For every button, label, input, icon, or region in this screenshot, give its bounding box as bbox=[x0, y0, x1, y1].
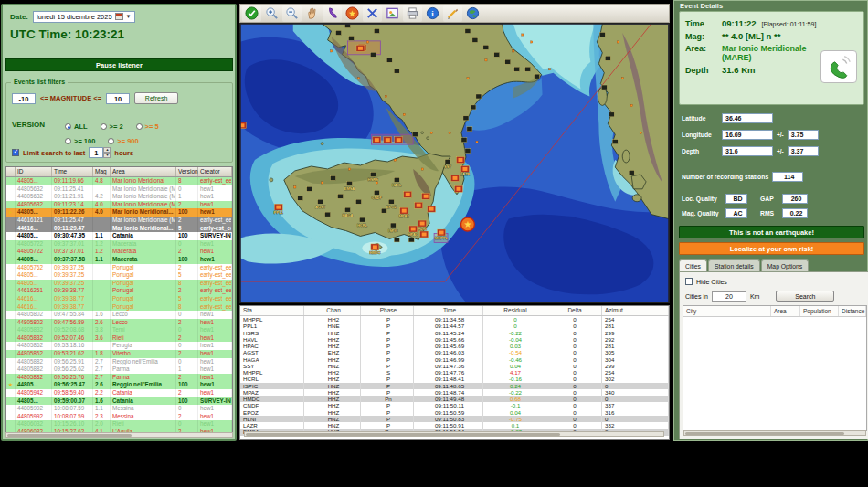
mag-min-input[interactable]: -10 bbox=[12, 93, 36, 104]
map-station-marker[interactable] bbox=[408, 238, 414, 242]
map-station-marker[interactable] bbox=[307, 186, 312, 191]
map-station-marker[interactable] bbox=[373, 137, 381, 143]
map-station-marker[interactable] bbox=[412, 132, 418, 137]
not-earthquake-button[interactable]: This is not an earthquake! bbox=[679, 226, 864, 238]
events-col-header[interactable] bbox=[6, 167, 16, 176]
phase-col-header[interactable]: Delta bbox=[545, 306, 602, 315]
zoom-out-button[interactable] bbox=[282, 5, 302, 22]
map-station-marker[interactable] bbox=[525, 67, 531, 71]
event-row[interactable]: 4480576209:39:37.25Portugal2early-est_ee… bbox=[6, 264, 232, 272]
event-row[interactable]: 4461612109:11:25.47Mar Ionio Meridionale… bbox=[6, 217, 232, 225]
print-button[interactable] bbox=[403, 5, 422, 22]
globe-button[interactable] bbox=[463, 5, 482, 22]
phase-col-header[interactable]: Time bbox=[414, 306, 483, 315]
map-station-marker[interactable] bbox=[415, 202, 423, 208]
event-row[interactable]: 4461625109:39:38.77Portugal2early-est_ee… bbox=[6, 287, 232, 295]
event-row[interactable]: 4480588209:56:25.912.7Reggio nell'Emilia… bbox=[6, 358, 232, 366]
map-station-marker[interactable] bbox=[476, 94, 482, 99]
mag-max-input[interactable]: 10 bbox=[106, 93, 130, 104]
italy-region-button[interactable] bbox=[323, 5, 342, 22]
cities-col-header[interactable]: Population bbox=[800, 306, 839, 316]
map-station-marker[interactable] bbox=[494, 52, 500, 57]
event-row[interactable]: 4480599210:08:07.592.3Messina2hew1 bbox=[6, 413, 232, 421]
map-station-marker[interactable] bbox=[386, 58, 392, 62]
event-row[interactable]: 4480563209:11:25.41Mar Ionio Meridionale… bbox=[6, 185, 232, 194]
map-station-marker[interactable] bbox=[483, 45, 489, 49]
loc-quality-input[interactable]: BD bbox=[725, 194, 747, 204]
cities-km-input[interactable]: 20 bbox=[712, 291, 746, 302]
radio-icon[interactable] bbox=[65, 138, 71, 144]
refresh-button[interactable]: Refresh bbox=[134, 92, 178, 104]
phase-col-header[interactable]: Residual bbox=[483, 306, 545, 315]
map-station-marker[interactable] bbox=[420, 231, 429, 238]
pan-hand-button[interactable] bbox=[302, 5, 322, 22]
map-station-marker[interactable] bbox=[348, 36, 354, 40]
map-station-marker[interactable] bbox=[331, 175, 336, 180]
station-row[interactable]: ISPICHNZP09:11:48.650.2400 bbox=[240, 383, 669, 389]
map-station-marker[interactable] bbox=[338, 194, 344, 198]
zoom-in-button[interactable] bbox=[262, 5, 281, 22]
event-row[interactable]: 4480588209:56:25.762.7Parma2hew1 bbox=[6, 374, 232, 382]
event-row[interactable]: 4480572209:37:37.011.2Macerata0hew1 bbox=[6, 240, 232, 249]
phase-col-header[interactable]: Chan bbox=[304, 306, 361, 315]
date-picker[interactable]: lunedì 15 dicembre 2025 ▼ bbox=[33, 11, 135, 23]
cities-table-hscrollbar[interactable] bbox=[683, 430, 866, 436]
event-row[interactable]: 4480594209:58:59.402.2Catania2hew1 bbox=[6, 389, 232, 397]
map-station-marker[interactable]: HPAC bbox=[408, 226, 418, 237]
map-station-marker[interactable] bbox=[612, 140, 618, 144]
map-station-marker[interactable] bbox=[298, 196, 303, 200]
phase-col-header[interactable]: Phase bbox=[361, 306, 414, 315]
measure-cross-button[interactable] bbox=[363, 5, 382, 22]
map-station-marker[interactable]: MPAZ bbox=[399, 207, 410, 218]
event-row[interactable]: 44616...09:11:29.47Mar Ionio Meridional.… bbox=[6, 225, 232, 233]
events-table-hscrollbar[interactable] bbox=[5, 432, 233, 438]
station-row[interactable]: HSRSHHZP09:11:45.24-0.220299 bbox=[240, 330, 669, 336]
station-row[interactable]: MHPPLHH2P09:11:34.5800254 bbox=[240, 316, 669, 323]
cities-search-button[interactable]: Search bbox=[776, 291, 834, 302]
map-station-marker[interactable]: HMDC bbox=[369, 244, 380, 255]
limit-search-checkbox[interactable] bbox=[12, 149, 19, 156]
map-station-marker[interactable] bbox=[471, 105, 476, 110]
event-row[interactable]: 4480586209:53:18.16Perugia0hew1 bbox=[6, 342, 232, 350]
station-row[interactable]: HCRLHHZP09:11:48.41-0.160302 bbox=[240, 376, 669, 382]
radio-icon[interactable] bbox=[136, 123, 143, 130]
phase-col-header[interactable]: Azimut bbox=[602, 306, 669, 315]
event-row[interactable]: 4480603210:15:26.102.0Rieti0hew1 bbox=[6, 420, 232, 429]
map-station-marker[interactable] bbox=[394, 238, 399, 242]
event-star-button[interactable]: ★ bbox=[343, 5, 362, 22]
events-col-header[interactable]: Creator bbox=[198, 167, 232, 176]
tab-cities[interactable]: Cities bbox=[679, 259, 707, 271]
map-station-marker[interactable] bbox=[463, 116, 469, 121]
events-col-header[interactable]: Area bbox=[111, 167, 176, 176]
map-station-marker[interactable] bbox=[336, 30, 342, 35]
localize-button[interactable]: Localize at your own risk! bbox=[679, 242, 864, 255]
station-row[interactable]: HPACHHZP09:11:45.690.030281 bbox=[240, 343, 669, 349]
hide-cities-checkbox[interactable] bbox=[685, 278, 693, 285]
station-row[interactable]: LAZRHNZP09:11:50.910.10332 bbox=[240, 422, 669, 429]
tab-map-options[interactable]: Map Options bbox=[761, 259, 810, 271]
radio-icon[interactable] bbox=[65, 123, 71, 130]
event-row[interactable]: 44616...09:39:38.77Portugal8early-est_ee… bbox=[6, 303, 232, 312]
event-row[interactable]: ►44805...09:11:22.264.0Mar Ionio Meridio… bbox=[6, 208, 232, 217]
station-row[interactable]: MPAZHHZP09:11:48.74-0.220340 bbox=[240, 389, 669, 396]
station-row[interactable]: SSYHNZP09:11:47.360.040299 bbox=[240, 363, 669, 369]
event-row[interactable]: 44805...09:30:47.951.1Catania100SURVEY-I… bbox=[6, 232, 232, 240]
station-row[interactable]: CNDFHHZP09:11:50.11-0.10337 bbox=[240, 402, 669, 408]
map-station-marker[interactable]: LAZR bbox=[460, 165, 471, 176]
map-station-marker[interactable] bbox=[461, 138, 467, 143]
event-row[interactable]: 4480563209:11:23.144.0Mar Ionio Meridion… bbox=[6, 201, 232, 209]
station-row[interactable]: EPOZHHZP09:11:50.590.040316 bbox=[240, 409, 669, 416]
map-station-marker[interactable] bbox=[601, 85, 607, 90]
map-station-marker[interactable] bbox=[505, 59, 511, 64]
event-row[interactable]: 44805...09:39:37.25Portugal8early-est_ee… bbox=[6, 280, 232, 288]
event-row[interactable]: 4480563209:11:21.914.2Mar Ionio Meridion… bbox=[6, 193, 232, 201]
phase-table-hscrollbar[interactable] bbox=[244, 431, 664, 437]
station-row[interactable]: HLNIHNZP09:11:50.83-0.7500 bbox=[240, 416, 669, 422]
events-col-header[interactable]: Time bbox=[52, 167, 93, 176]
longitude-input[interactable]: 16.69 bbox=[722, 130, 773, 140]
event-row[interactable]: 4480586209:53:21.621.8Viterbo2hew1 bbox=[6, 350, 232, 358]
hours-value[interactable]: 1 bbox=[89, 147, 103, 158]
version-radio-5[interactable]: >= 5 bbox=[136, 122, 159, 131]
info-button[interactable]: i bbox=[423, 5, 442, 22]
map-station-marker[interactable] bbox=[325, 212, 331, 217]
